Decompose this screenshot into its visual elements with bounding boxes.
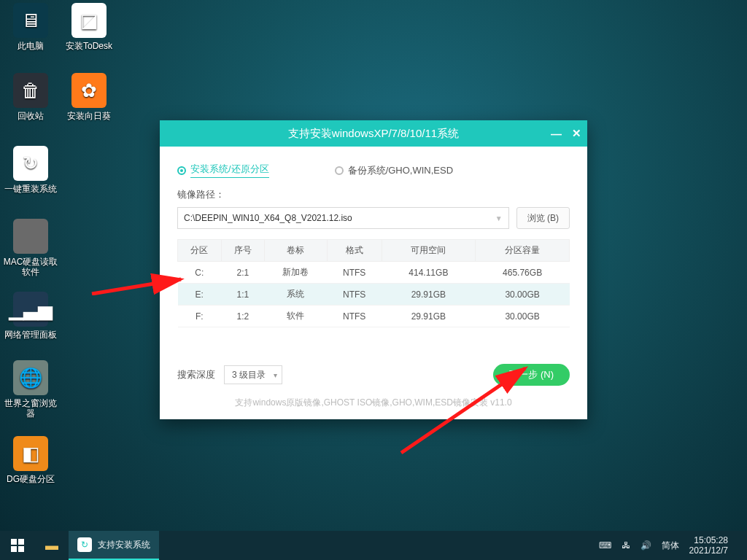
titlebar[interactable]: 支持安装windowsXP/7/8/10/11系统 — ✕ xyxy=(160,120,587,147)
tab-label: 安装系统/还原分区 xyxy=(190,163,269,178)
tray-volume-icon[interactable]: 🔊 xyxy=(640,540,651,551)
start-button[interactable] xyxy=(0,531,35,560)
desktop-icon-label: MAC硬盘读取软件 xyxy=(3,257,58,277)
table-row[interactable]: F: 1:2 软件 NTFS 29.91GB 30.00GB xyxy=(178,306,570,327)
desktop-icon-sunlogin[interactable]: ✿ 安装向日葵 xyxy=(61,73,117,121)
col-capacity: 分区容量 xyxy=(476,240,570,262)
todesk-icon: ◪ xyxy=(71,3,107,38)
table-row[interactable]: C: 2:1 新加卷 NTFS 414.11GB 465.76GB xyxy=(178,262,570,284)
window-title: 支持安装windowsXP/7/8/10/11系统 xyxy=(288,127,459,141)
search-depth-select[interactable]: 3 级目录 xyxy=(224,365,282,384)
svg-rect-5 xyxy=(18,546,24,552)
trash-icon: 🗑 xyxy=(13,73,48,108)
image-path-combo[interactable]: C:\DEEPIN_WIN10_X64_Q8_V2021.12.iso ▼ xyxy=(177,207,509,229)
chevron-down-icon: ▼ xyxy=(495,214,503,222)
partition-table: 分区 序号 卷标 格式 可用空间 分区容量 C: 2:1 新加卷 NTFS 41… xyxy=(177,239,570,327)
tray-date: 2021/12/7 xyxy=(689,545,728,556)
search-depth-label: 搜索深度 xyxy=(177,368,215,381)
col-sequence: 序号 xyxy=(221,240,265,262)
tab-backup-system[interactable]: 备份系统/GHO,WIN,ESD xyxy=(335,164,453,177)
svg-rect-3 xyxy=(18,539,24,545)
tray-ime[interactable]: 简体 xyxy=(662,540,679,552)
desktop-icon-reinstall[interactable]: ↻ 一键重装系统 xyxy=(3,146,58,194)
apple-icon xyxy=(13,219,48,254)
desktop-icon-todesk[interactable]: ◪ 安装ToDesk xyxy=(61,3,117,51)
monitor-icon: 🖥 xyxy=(13,3,48,38)
desktop-icon-label: DG硬盘分区 xyxy=(3,474,58,484)
support-hint: 支持windows原版镜像,GHOST ISO镜像,GHO,WIM,ESD镜像安… xyxy=(160,397,587,409)
taskbar: ▬ ↻ 支持安装系统 ⌨ 🖧 🔊 简体 15:05:28 2021/12/7 xyxy=(0,531,747,560)
desktop-icon-recycle-bin[interactable]: 🗑 回收站 xyxy=(3,73,58,121)
desktop-icon-diskgenius[interactable]: ◧ DG硬盘分区 xyxy=(3,436,58,484)
tray-time: 15:05:28 xyxy=(689,535,728,545)
windows-logo-icon xyxy=(11,539,24,552)
desktop-icon-label: 回收站 xyxy=(3,111,58,121)
desktop-icon-network-panel[interactable]: ▁▃▅ 网络管理面板 xyxy=(3,292,58,340)
taskbar-task-installer[interactable]: ↻ 支持安装系统 xyxy=(69,531,159,560)
desktop-icon-label: 一键重装系统 xyxy=(3,184,58,194)
refresh-icon: ↻ xyxy=(13,146,48,181)
desktop-icon-this-pc[interactable]: 🖥 此电脑 xyxy=(3,3,58,51)
radio-off-icon xyxy=(335,166,344,175)
minimize-button[interactable]: — xyxy=(551,128,562,140)
col-volume-label: 卷标 xyxy=(265,240,328,262)
tab-label: 备份系统/GHO,WIN,ESD xyxy=(348,164,453,177)
image-path-value: C:\DEEPIN_WIN10_X64_Q8_V2021.12.iso xyxy=(184,213,352,223)
disk-icon: ◧ xyxy=(13,436,48,471)
desktop-icon-label: 安装向日葵 xyxy=(61,111,117,121)
image-path-label: 镜像路径： xyxy=(177,188,570,201)
taskbar-task-label: 支持安装系统 xyxy=(98,539,150,551)
tray-network-icon[interactable]: 🖧 xyxy=(622,540,630,551)
table-row-selected[interactable]: E: 1:1 系统 NTFS 29.91GB 30.00GB xyxy=(178,284,570,306)
tray-action-center-icon[interactable]: ⌨ xyxy=(599,540,611,551)
col-free-space: 可用空间 xyxy=(382,240,476,262)
installer-icon: ↻ xyxy=(77,537,92,552)
desktop-icon-label: 网络管理面板 xyxy=(3,330,58,340)
desktop-icon-mac-reader[interactable]: MAC硬盘读取软件 xyxy=(3,219,58,277)
tray-clock[interactable]: 15:05:28 2021/12/7 xyxy=(689,535,728,556)
desktop-icon-label: 安装ToDesk xyxy=(61,41,117,51)
installer-window: 支持安装windowsXP/7/8/10/11系统 — ✕ 安装系统/还原分区 … xyxy=(160,120,587,419)
next-button[interactable]: 下一步 (N) xyxy=(493,364,570,386)
close-button[interactable]: ✕ xyxy=(572,127,581,140)
desktop-icon-label: 世界之窗浏览器 xyxy=(3,398,58,419)
sunflower-icon: ✿ xyxy=(71,73,107,108)
svg-rect-2 xyxy=(11,539,17,545)
svg-rect-4 xyxy=(11,546,17,552)
radio-on-icon xyxy=(177,166,186,175)
col-format: 格式 xyxy=(327,240,382,262)
taskbar-explorer[interactable]: ▬ xyxy=(35,531,69,560)
desktop-icon-label: 此电脑 xyxy=(3,41,58,51)
col-partition: 分区 xyxy=(178,240,222,262)
tab-install-restore[interactable]: 安装系统/还原分区 xyxy=(177,163,269,178)
bars-icon: ▁▃▅ xyxy=(13,292,48,327)
globe-icon: 🌐 xyxy=(13,360,48,395)
browse-button[interactable]: 浏览 (B) xyxy=(516,207,570,229)
desktop-icon-browser[interactable]: 🌐 世界之窗浏览器 xyxy=(3,360,58,419)
